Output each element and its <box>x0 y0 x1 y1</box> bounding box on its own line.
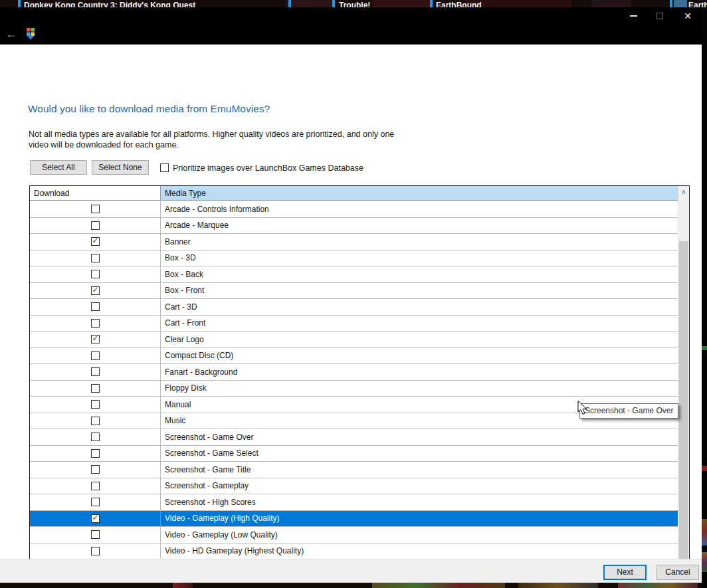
table-row[interactable]: Screenshot - Game Over <box>30 429 678 446</box>
table-row[interactable]: Compact Disc (CD) <box>30 348 678 365</box>
row-checkbox[interactable] <box>91 270 100 278</box>
background-window-title: EarthBound <box>436 1 482 7</box>
media-type-cell[interactable]: Box - 3D <box>161 250 678 266</box>
column-header-download[interactable]: Download <box>30 186 161 200</box>
download-cell <box>30 413 161 429</box>
row-checkbox[interactable] <box>91 384 100 393</box>
table-row[interactable]: Screenshot - Game Title <box>30 462 678 478</box>
background-artwork <box>591 0 631 7</box>
dialog-body: Would you like to download media from Em… <box>0 45 702 559</box>
media-type-cell[interactable]: Fanart - Background <box>161 364 678 380</box>
download-cell: ✓ <box>30 234 161 250</box>
table-row[interactable]: Cart - Front <box>30 316 678 332</box>
row-checkbox[interactable] <box>91 530 100 539</box>
media-type-cell[interactable]: Screenshot - Game Over <box>161 429 678 445</box>
background-artwork <box>618 583 698 588</box>
row-checkbox[interactable] <box>91 449 100 458</box>
dialog-footer: Next Cancel <box>0 559 702 583</box>
background-window-title: Trouble! <box>339 1 370 7</box>
row-checkbox[interactable] <box>91 433 100 441</box>
table-row[interactable]: ✓Banner <box>30 234 678 250</box>
row-checkbox[interactable]: ✓ <box>91 514 100 523</box>
row-checkbox[interactable] <box>91 221 100 230</box>
accent-bar <box>332 0 335 7</box>
check-icon: ✓ <box>92 334 99 343</box>
maximize-icon <box>656 13 663 19</box>
background-artwork <box>173 583 193 588</box>
table-row[interactable]: ✓Video - Gameplay (High Quality) <box>30 511 678 528</box>
table-row[interactable]: Video - HD Gameplay (Highest Quality) <box>30 543 678 560</box>
row-checkbox[interactable] <box>91 302 100 311</box>
table-row[interactable]: Cart - 3D <box>30 299 678 316</box>
media-type-cell[interactable]: Clear Logo <box>161 332 678 347</box>
media-type-cell[interactable]: Box - Front <box>161 283 678 299</box>
back-arrow-icon[interactable]: ← <box>5 27 17 41</box>
table-row[interactable]: Video - Gameplay (Low Quality) <box>30 527 678 543</box>
close-button[interactable]: ✕ <box>676 7 699 25</box>
media-type-cell[interactable]: Screenshot - Game Select <box>161 446 678 462</box>
background-artwork <box>702 466 707 471</box>
minimize-button[interactable] <box>622 7 645 25</box>
table-row[interactable]: ✓Clear Logo <box>30 332 678 348</box>
media-type-cell[interactable]: Screenshot - High Scores <box>161 494 678 510</box>
media-type-cell[interactable]: Arcade - Controls Information <box>161 201 678 217</box>
vertical-scrollbar[interactable]: ˄ ˅ <box>678 186 689 587</box>
row-checkbox[interactable] <box>91 319 100 328</box>
row-checkbox[interactable] <box>91 465 100 474</box>
row-checkbox[interactable]: ✓ <box>91 286 100 295</box>
media-type-cell[interactable]: Floppy Disk <box>161 381 678 397</box>
prioritize-checkbox[interactable] <box>160 163 169 172</box>
cancel-button[interactable]: Cancel <box>656 565 699 580</box>
media-type-cell[interactable]: Video - HD Gameplay (Highest Quality) <box>161 543 678 559</box>
row-checkbox[interactable]: ✓ <box>91 237 100 246</box>
table-row[interactable]: Fanart - Background <box>30 364 678 381</box>
row-checkbox[interactable] <box>91 351 100 360</box>
background-bottom-strip <box>0 583 707 588</box>
next-button[interactable]: Next <box>603 565 647 580</box>
media-type-cell[interactable]: Banner <box>161 234 678 250</box>
row-checkbox[interactable] <box>91 482 100 490</box>
table-row[interactable]: Screenshot - Game Select <box>30 446 678 462</box>
background-artwork <box>702 346 707 350</box>
download-cell <box>30 218 161 234</box>
table-row[interactable]: Floppy Disk <box>30 381 678 397</box>
row-checkbox[interactable] <box>91 205 100 213</box>
row-checkbox[interactable] <box>91 498 100 506</box>
column-header-media-type[interactable]: Media Type <box>161 186 678 200</box>
media-type-cell[interactable]: Screenshot - Gameplay <box>161 478 678 494</box>
select-all-button[interactable]: Select All <box>30 160 87 175</box>
select-none-button[interactable]: Select None <box>92 160 149 175</box>
table-row[interactable]: Arcade - Controls Information <box>30 201 678 218</box>
media-type-cell[interactable]: Screenshot - Game Title <box>161 462 678 478</box>
media-table-header: Download Media Type <box>30 186 678 201</box>
row-checkbox[interactable] <box>91 417 100 425</box>
prioritize-checkbox-label[interactable]: Prioritize images over LaunchBox Games D… <box>173 163 363 173</box>
download-cell: ✓ <box>30 332 161 347</box>
vertical-scrollbar-thumb[interactable] <box>679 241 688 570</box>
table-row[interactable]: Box - Back <box>30 266 678 283</box>
media-type-cell[interactable]: Arcade - Marquee <box>161 218 678 234</box>
row-checkbox[interactable] <box>91 367 100 376</box>
media-type-cell[interactable]: Video - Gameplay (Low Quality) <box>161 527 678 543</box>
table-row[interactable]: Box - 3D <box>30 250 678 267</box>
media-type-cell[interactable]: Box - Back <box>161 266 678 282</box>
mouse-cursor <box>577 400 588 416</box>
row-checkbox[interactable] <box>91 400 100 409</box>
row-checkbox[interactable] <box>91 254 100 262</box>
download-cell <box>30 299 161 315</box>
media-type-cell[interactable]: Cart - Front <box>161 316 678 332</box>
background-window-title: Donkey Kong Country 3: Diddy's Kong Ques… <box>24 1 195 7</box>
media-type-cell[interactable]: Cart - 3D <box>161 299 678 315</box>
maximize-button[interactable] <box>649 7 671 25</box>
media-type-cell[interactable]: Video - Gameplay (High Quality) <box>161 511 678 527</box>
row-checkbox[interactable]: ✓ <box>91 335 100 343</box>
table-row[interactable]: Arcade - Marquee <box>30 218 678 235</box>
scroll-up-icon[interactable]: ˄ <box>678 186 689 197</box>
windows-download-icon <box>25 27 37 41</box>
table-row[interactable]: ✓Box - Front <box>30 283 678 300</box>
row-checkbox[interactable] <box>91 547 100 555</box>
media-type-cell[interactable]: Compact Disc (CD) <box>161 348 678 364</box>
table-row[interactable]: Screenshot - High Scores <box>30 494 678 511</box>
download-cell <box>30 429 161 445</box>
table-row[interactable]: Screenshot - Gameplay <box>30 478 678 495</box>
